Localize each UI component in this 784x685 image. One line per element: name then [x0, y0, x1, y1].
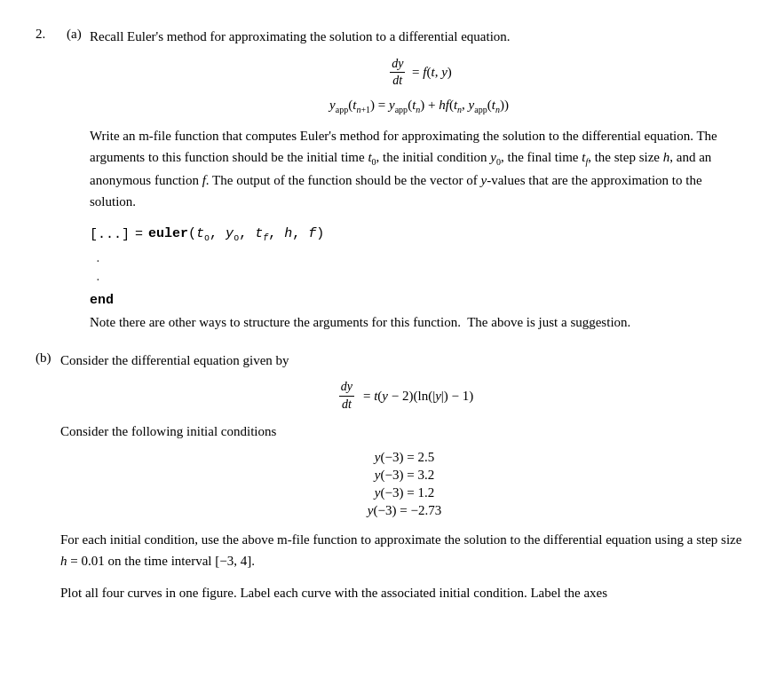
ic-intro: Consider the following initial condition… — [60, 421, 748, 442]
formula1-rhs: = f(t, y) — [408, 65, 451, 80]
euler-formula-2: yapp(tn+1) = yapp(tn) + hf(tn, yapp(tn)) — [90, 98, 748, 114]
ic-3: y(−3) = 1.2 — [60, 485, 748, 500]
formula2: yapp(tn+1) = yapp(tn) + hf(tn, yapp(tn)) — [329, 98, 509, 114]
part-b-formula: dy dt = t(y − 2)(ln(|y|) − 1) — [60, 379, 748, 412]
ic-1: y(−3) = 2.5 — [60, 450, 748, 465]
problem-2: 2. (a) Recall Euler's method for approxi… — [36, 27, 748, 345]
ic-4: y(−3) = −2.73 — [60, 503, 748, 518]
fraction-dy-dt: dy dt — [390, 56, 405, 89]
part-b-label: (b) — [36, 350, 60, 366]
part-b: (b) Consider the differential equation g… — [36, 350, 748, 614]
euler-function-call: euler(to, yo, tf, h, f) — [148, 226, 324, 243]
part-a-content: Recall Euler's method for approximating … — [90, 27, 748, 345]
part-a-description: Write an m-file function that computes E… — [90, 125, 748, 212]
fraction-dy-dt-b: dy dt — [339, 379, 354, 412]
bracket-dots: [...] — [90, 227, 130, 242]
frac-b-numer: dy — [339, 379, 354, 396]
fraction-denom: dt — [391, 73, 404, 89]
part-a-label: (a) — [67, 27, 84, 42]
formula-b-rhs: = t(y − 2)(ln(|y|) − 1) — [363, 389, 473, 404]
part-a-title: Recall Euler's method for approximating … — [90, 27, 748, 47]
for-each-text: For each initial condition, use the abov… — [60, 529, 748, 571]
note-text: Note there are other ways to structure t… — [90, 311, 748, 333]
dot-line-2: . — [90, 269, 748, 284]
plot-text: Plot all four curves in one figure. Labe… — [60, 582, 748, 603]
frac-b-denom: dt — [340, 397, 353, 413]
initial-conditions-block: y(−3) = 2.5 y(−3) = 3.2 y(−3) = 1.2 y(−3… — [60, 450, 748, 518]
fraction-numer: dy — [390, 56, 405, 73]
dot-line-1: . — [90, 250, 748, 265]
problem-number: 2. — [36, 27, 58, 42]
part-b-title: Consider the differential equation given… — [60, 350, 748, 371]
code-display-line: [...] = euler(to, yo, tf, h, f) — [90, 226, 748, 243]
problem-container: 2. (a) Recall Euler's method for approxi… — [36, 27, 748, 614]
ic-2: y(−3) = 3.2 — [60, 468, 748, 483]
equals-sign: = — [135, 227, 143, 242]
euler-formula-1: dy dt = f(t, y) — [90, 56, 748, 89]
end-keyword: end — [90, 293, 748, 308]
part-b-content: Consider the differential equation given… — [60, 350, 748, 614]
